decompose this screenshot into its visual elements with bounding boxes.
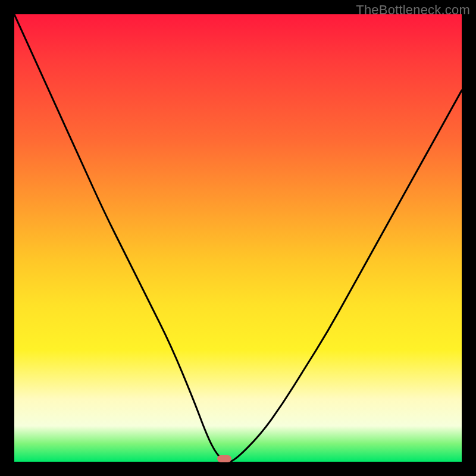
bottleneck-curve bbox=[14, 14, 462, 462]
vertex-marker bbox=[217, 455, 231, 462]
watermark-text: TheBottleneck.com bbox=[356, 2, 470, 18]
chart-frame bbox=[14, 14, 462, 462]
